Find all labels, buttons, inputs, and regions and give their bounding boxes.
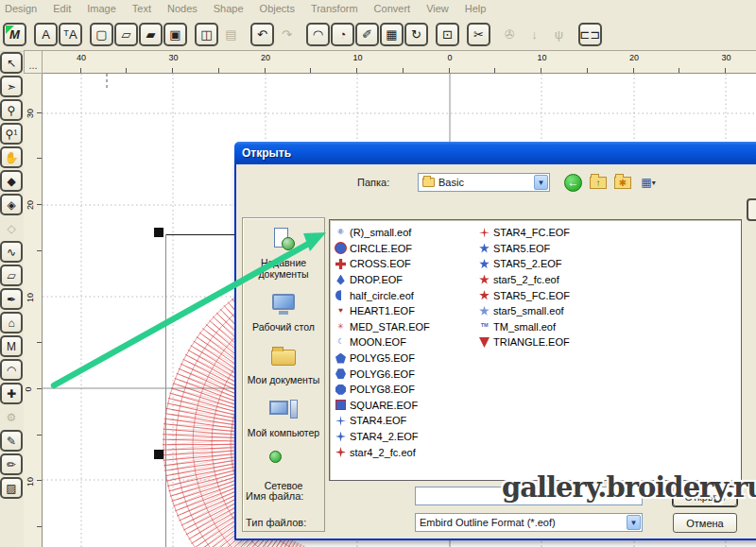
tool-button[interactable]: ∿ (0, 241, 23, 263)
file-item[interactable]: POLYG8.EOF (335, 382, 479, 398)
file-item[interactable]: ✳ MED_STAR.EOF (335, 319, 479, 335)
file-item[interactable]: SQUARE.EOF (335, 398, 479, 414)
toolbar-button[interactable]: ▱ (114, 23, 138, 46)
tool-button[interactable]: ⚲¹ (0, 123, 23, 145)
file-list[interactable]: ® (R)_small.eof CIRCLE.EOF CROSS.EOF DRO… (329, 219, 742, 481)
toolbar-button[interactable]: ᵀA (59, 23, 82, 46)
menu-item[interactable]: View (426, 3, 449, 14)
tool-button[interactable]: ◠ (0, 359, 23, 381)
place-item[interactable]: Мой компьютер (244, 398, 323, 438)
folder-combobox[interactable]: Basic ▼ (418, 173, 550, 192)
file-item[interactable]: ♥ HEART1.EOF (335, 303, 479, 319)
tool-button[interactable]: ➣ (0, 76, 23, 97)
tool-button[interactable]: ◈ (0, 194, 23, 215)
file-item[interactable]: STAR5_FC.EOF (479, 287, 570, 303)
back-icon[interactable]: ← (564, 174, 582, 192)
toolbar-button[interactable]: ▢ (90, 23, 113, 46)
menu-item[interactable]: Nodes (167, 3, 198, 14)
dialog-title-bar[interactable]: Открыть (234, 142, 756, 164)
cancel-button[interactable]: Отмена (673, 513, 737, 533)
file-item[interactable]: DROP.EOF (335, 272, 479, 288)
toolbar-button[interactable]: ✐ (355, 23, 379, 46)
file-item[interactable]: star5_2_fc.eof (479, 272, 570, 288)
file-item[interactable]: STAR4.EOF (335, 413, 479, 429)
toolbar-button[interactable]: ▦ (380, 23, 404, 46)
tool-button[interactable]: ◇ (0, 217, 23, 239)
tool-button[interactable]: ⌂ (0, 312, 23, 333)
toolbar-button[interactable]: ◫ (195, 23, 218, 46)
toolbar-button[interactable]: ⊏⊐ (578, 23, 602, 46)
toolbar-button[interactable]: ✂ (467, 23, 490, 46)
tool-button-icon: ⌂ (8, 316, 14, 330)
menu-item[interactable]: Image (87, 3, 116, 14)
file-item[interactable]: POLYG6.EOF (335, 366, 479, 382)
selection-top-edge (165, 234, 236, 235)
tool-button[interactable]: ▱ (0, 265, 23, 286)
file-item[interactable]: STAR4_FC.EOF (479, 225, 570, 241)
tool-button[interactable]: ✚ (0, 383, 23, 404)
file-item[interactable]: STAR5_2.EOF (479, 256, 570, 272)
place-item[interactable]: Недавние документы (244, 228, 323, 280)
file-item[interactable]: STAR5.EOF (479, 241, 570, 257)
tool-button[interactable]: ⚲ (0, 99, 23, 121)
selection-handle[interactable] (154, 450, 163, 459)
tool-button[interactable]: ✒ (0, 288, 23, 310)
toolbar-button[interactable]: A (34, 23, 58, 46)
menu-item[interactable]: Help (465, 3, 487, 14)
new-folder-icon[interactable]: ✱ (614, 177, 631, 189)
tool-button[interactable]: ✋ (0, 146, 23, 168)
toolbar-button[interactable]: ◔ (331, 23, 354, 46)
file-item[interactable]: ® (R)_small.eof (335, 225, 479, 241)
tool-button[interactable]: ◆ (0, 170, 23, 192)
toolbar-button[interactable]: ψ (547, 23, 571, 46)
menu-item[interactable]: Convert (374, 3, 411, 14)
place-item[interactable]: Сетевое (244, 451, 323, 491)
menu-item[interactable]: Design (5, 3, 37, 14)
up-one-level-icon[interactable]: ↑ (590, 177, 607, 189)
file-item[interactable]: star5_small.eof (479, 303, 570, 319)
filetype-combobox[interactable]: Embird Outline Format (*.eof) ▼ (415, 513, 643, 532)
place-item[interactable]: Рабочий стол (244, 292, 323, 333)
toolbar-button[interactable]: ⊡ (436, 23, 459, 46)
toolbar-button[interactable]: ↶ (250, 23, 274, 46)
menu-item[interactable]: Text (132, 3, 151, 14)
toolbar-button[interactable]: ↷ (275, 23, 299, 46)
file-item[interactable]: CIRCLE.EOF (335, 241, 479, 257)
tool-button[interactable]: ▨ (0, 477, 23, 499)
tool-button[interactable]: ⚙ (0, 406, 23, 428)
file-item[interactable]: half_circle.eof (335, 287, 479, 303)
menu-item[interactable]: Transform (311, 3, 358, 14)
menu-item[interactable]: Shape (214, 3, 244, 14)
toolbar-button[interactable]: ✇ (498, 23, 522, 46)
toolbar-button-icon: ↶ (257, 28, 267, 41)
selection-handle[interactable] (154, 228, 163, 237)
place-item[interactable]: Мои документы (244, 345, 323, 385)
file-item[interactable]: CROSS.EOF (335, 256, 479, 272)
chevron-down-icon[interactable]: ▼ (534, 175, 548, 190)
file-item[interactable]: ☾ MOON.EOF (335, 334, 479, 350)
chevron-down-icon[interactable]: ▼ (627, 515, 641, 530)
toolbar-button[interactable]: ↻ (404, 23, 428, 46)
tool-button-icon: ✎ (7, 435, 16, 448)
toolbar-button[interactable]: M (3, 23, 26, 46)
file-item[interactable]: TRIANGLE.EOF (479, 334, 570, 350)
tool-button[interactable]: ↖ (0, 52, 23, 74)
tool-button[interactable]: ✎ (0, 430, 23, 452)
clipped-button[interactable] (747, 198, 756, 221)
menu-item[interactable]: Edit (53, 3, 71, 14)
toolbar-button[interactable]: ◠ (306, 23, 330, 46)
file-item[interactable]: ᵀᴹ TM_small.eof (479, 319, 570, 335)
file-name: STAR4_2.EOF (350, 431, 419, 442)
tool-button[interactable]: ✏ (0, 453, 23, 475)
toolbar-button[interactable]: ↓ (523, 23, 546, 46)
file-item[interactable]: POLYG5.EOF (335, 350, 479, 367)
views-menu-icon[interactable]: ▦▾ (639, 173, 658, 192)
toolbar-button[interactable]: ▤ (219, 23, 243, 46)
tool-button[interactable]: M (0, 335, 23, 357)
file-item[interactable]: STAR4_2.EOF (335, 429, 479, 445)
toolbar-button[interactable]: ▣ (163, 23, 187, 46)
menu-item[interactable]: Objects (260, 3, 295, 14)
tool-button-icon: ◈ (7, 198, 15, 212)
toolbar-button[interactable]: ▰ (139, 23, 163, 46)
file-item[interactable]: star4_2_fc.eof (335, 444, 479, 460)
